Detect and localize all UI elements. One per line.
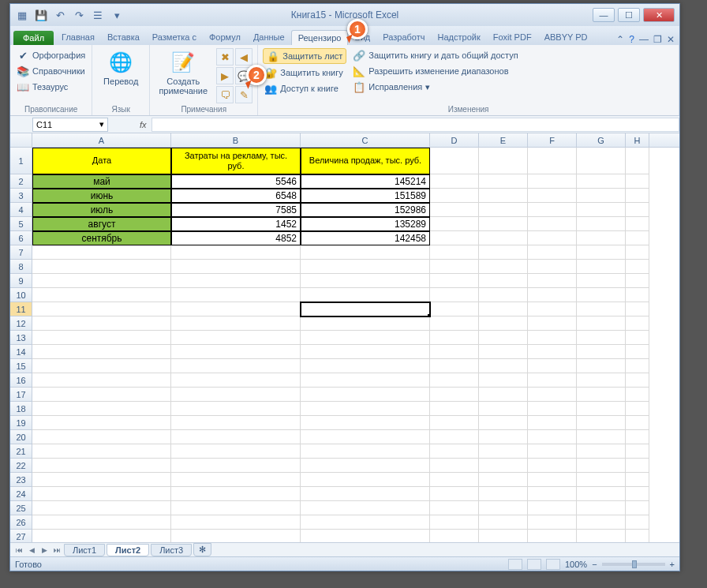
cell-A23[interactable]: [32, 473, 171, 487]
cell-A4[interactable]: июль: [32, 203, 171, 217]
prev-comment-icon[interactable]: ◀: [235, 48, 252, 66]
cell-G27[interactable]: [577, 530, 626, 542]
cell-A3[interactable]: июнь: [32, 189, 171, 203]
cell-H10[interactable]: [626, 288, 649, 302]
cell-A27[interactable]: [32, 530, 171, 542]
cell-G20[interactable]: [577, 430, 626, 444]
sheet-tab-1[interactable]: Лист2: [107, 544, 149, 556]
col-header-B[interactable]: B: [171, 133, 301, 147]
cell-F4[interactable]: [528, 203, 577, 217]
cell-H19[interactable]: [626, 416, 649, 430]
cell-E24[interactable]: [479, 487, 528, 501]
cell-G17[interactable]: [577, 388, 626, 402]
translate-button[interactable]: 🌐 Перевод: [97, 48, 144, 103]
cell-C20[interactable]: [301, 430, 430, 444]
track-changes-button[interactable]: 📋Исправления ▾: [351, 80, 519, 94]
zoom-out-icon[interactable]: −: [592, 560, 597, 569]
cell-E12[interactable]: [479, 316, 528, 331]
cell-E2[interactable]: [479, 174, 528, 189]
cell-D21[interactable]: [430, 444, 479, 459]
zoom-level[interactable]: 100%: [565, 560, 587, 569]
cell-H14[interactable]: [626, 345, 649, 359]
row-header-14[interactable]: 14: [10, 345, 32, 359]
cell-H25[interactable]: [626, 501, 649, 515]
cell-H23[interactable]: [626, 473, 649, 487]
ribbon-tab-7[interactable]: Разработч: [376, 30, 431, 45]
row-header-5[interactable]: 5: [10, 217, 32, 231]
cell-G23[interactable]: [577, 473, 626, 487]
cell-F10[interactable]: [528, 288, 577, 302]
cell-F3[interactable]: [528, 189, 577, 203]
cell-C19[interactable]: [301, 416, 430, 430]
cell-A2[interactable]: май: [32, 174, 171, 189]
cell-A5[interactable]: август: [32, 217, 171, 231]
row-header-17[interactable]: 17: [10, 388, 32, 402]
row-header-15[interactable]: 15: [10, 359, 32, 373]
cell-C3[interactable]: 151589: [301, 189, 430, 203]
file-tab[interactable]: Файл: [13, 31, 54, 45]
cell-A18[interactable]: [32, 402, 171, 416]
share-workbook-button[interactable]: 👥Доступ к книге: [263, 81, 346, 96]
cell-F25[interactable]: [528, 501, 577, 515]
cell-G6[interactable]: [577, 231, 626, 245]
cell-C26[interactable]: [301, 515, 430, 530]
cell-C23[interactable]: [301, 473, 430, 487]
cell-G16[interactable]: [577, 373, 626, 388]
cell-B4[interactable]: 7585: [171, 203, 301, 217]
row-header-3[interactable]: 3: [10, 189, 32, 203]
row-header-11[interactable]: 11: [10, 302, 32, 316]
cell-H20[interactable]: [626, 430, 649, 444]
row-header-12[interactable]: 12: [10, 316, 32, 331]
cell-H12[interactable]: [626, 316, 649, 331]
cell-G4[interactable]: [577, 203, 626, 217]
row-header-27[interactable]: 27: [10, 530, 32, 542]
cell-D20[interactable]: [430, 430, 479, 444]
ribbon-tab-10[interactable]: ABBYY PD: [538, 30, 594, 45]
cell-D9[interactable]: [430, 274, 479, 288]
cell-E9[interactable]: [479, 274, 528, 288]
cell-B13[interactable]: [171, 331, 301, 345]
ribbon-tab-3[interactable]: Формул: [203, 30, 247, 45]
cell-F27[interactable]: [528, 530, 577, 542]
cell-B1[interactable]: Затраты на рекламу, тыс. руб.: [171, 148, 301, 174]
cell-G25[interactable]: [577, 501, 626, 515]
page-break-view-icon[interactable]: [546, 559, 560, 570]
row-header-23[interactable]: 23: [10, 473, 32, 487]
row-header-26[interactable]: 26: [10, 515, 32, 530]
cell-B9[interactable]: [171, 274, 301, 288]
cell-C11[interactable]: [301, 302, 430, 316]
minimize-ribbon-icon[interactable]: ⌃: [616, 34, 624, 45]
row-header-22[interactable]: 22: [10, 459, 32, 473]
sheet-next-icon[interactable]: ▶: [39, 546, 50, 554]
cell-F6[interactable]: [528, 231, 577, 245]
cell-D7[interactable]: [430, 245, 479, 260]
cell-D17[interactable]: [430, 388, 479, 402]
row-header-18[interactable]: 18: [10, 402, 32, 416]
cell-D16[interactable]: [430, 373, 479, 388]
thesaurus-button[interactable]: 📖Тезаурус: [15, 80, 87, 94]
cell-B17[interactable]: [171, 388, 301, 402]
cell-H18[interactable]: [626, 402, 649, 416]
cell-G22[interactable]: [577, 459, 626, 473]
cell-F24[interactable]: [528, 487, 577, 501]
ribbon-tab-0[interactable]: Главная: [55, 30, 101, 45]
cell-H15[interactable]: [626, 359, 649, 373]
cell-F19[interactable]: [528, 416, 577, 430]
sheet-tab-2[interactable]: Лист3: [151, 544, 192, 556]
row-header-9[interactable]: 9: [10, 274, 32, 288]
cell-H22[interactable]: [626, 459, 649, 473]
research-button[interactable]: 📚Справочники: [15, 64, 87, 78]
cell-E10[interactable]: [479, 288, 528, 302]
cell-F9[interactable]: [528, 274, 577, 288]
cell-B21[interactable]: [171, 444, 301, 459]
new-comment-button[interactable]: 📝 Создать примечание: [155, 48, 211, 103]
col-header-F[interactable]: F: [528, 133, 577, 147]
cell-D3[interactable]: [430, 189, 479, 203]
cell-E19[interactable]: [479, 416, 528, 430]
col-header-H[interactable]: H: [626, 133, 649, 147]
ribbon-tab-4[interactable]: Данные: [247, 30, 291, 45]
cell-C15[interactable]: [301, 359, 430, 373]
cell-B6[interactable]: 4852: [171, 231, 301, 245]
cell-E25[interactable]: [479, 501, 528, 515]
cell-D15[interactable]: [430, 359, 479, 373]
